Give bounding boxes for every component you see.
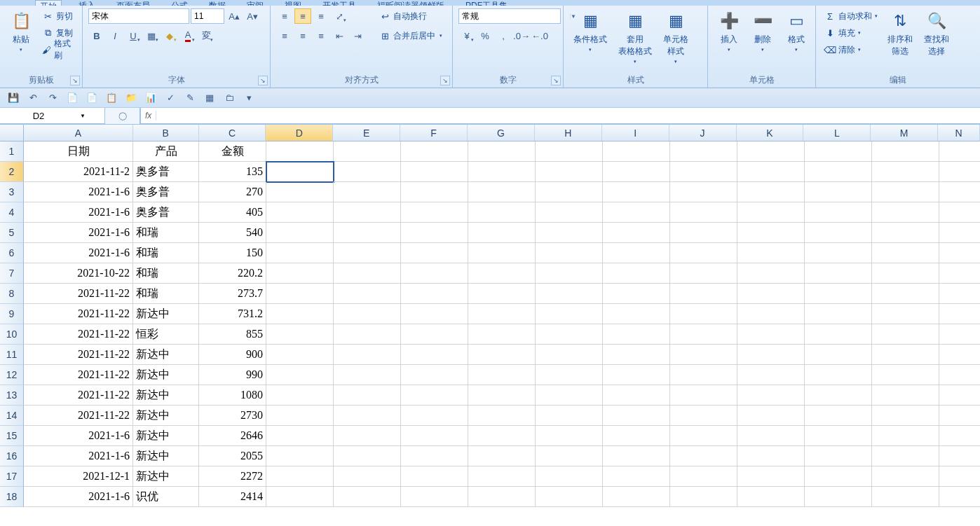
cell[interactable] xyxy=(468,243,536,263)
cell[interactable] xyxy=(872,263,939,284)
cell[interactable] xyxy=(334,466,401,487)
cell[interactable] xyxy=(401,141,468,162)
cell[interactable] xyxy=(939,365,980,385)
decrease-font-button[interactable]: A▾ xyxy=(244,8,261,24)
redo-button[interactable]: ↷ xyxy=(45,91,60,105)
cell[interactable] xyxy=(805,345,872,365)
cell[interactable] xyxy=(805,487,872,507)
cell[interactable] xyxy=(939,487,980,507)
column-header[interactable]: G xyxy=(468,125,535,141)
decrease-indent-button[interactable]: ⇤ xyxy=(331,28,348,43)
cell[interactable]: 新达中 xyxy=(133,365,199,385)
cell[interactable] xyxy=(872,426,939,446)
align-left-button[interactable]: ≡ xyxy=(276,28,293,43)
cell[interactable] xyxy=(334,446,401,466)
format-cells-button[interactable]: ▭格式▾ xyxy=(781,8,812,54)
chevron-down-icon[interactable]: ▼ xyxy=(77,113,88,119)
row-header[interactable]: 2 xyxy=(0,162,24,182)
cell[interactable] xyxy=(805,162,872,182)
ribbon-tab[interactable]: 开始 xyxy=(35,0,62,6)
cell[interactable] xyxy=(536,426,603,446)
cell[interactable] xyxy=(536,263,603,284)
cell[interactable] xyxy=(670,263,737,284)
font-size-combo[interactable]: ▼ xyxy=(191,8,224,24)
cell[interactable]: 和瑞 xyxy=(133,223,199,243)
qat-icon[interactable]: ▾ xyxy=(241,91,257,105)
cell[interactable] xyxy=(468,385,536,406)
cell[interactable] xyxy=(737,284,805,304)
cell[interactable]: 金额 xyxy=(199,141,266,162)
font-color-button[interactable]: A xyxy=(179,28,196,43)
cell[interactable]: 2021-11-22 xyxy=(24,324,133,345)
column-header[interactable]: A xyxy=(24,125,133,141)
cell[interactable]: 405 xyxy=(199,202,266,223)
cell[interactable] xyxy=(670,426,737,446)
cell[interactable] xyxy=(872,162,939,182)
cell[interactable] xyxy=(872,223,939,243)
cell[interactable] xyxy=(603,223,670,243)
cell[interactable] xyxy=(805,406,872,426)
cell[interactable] xyxy=(603,243,670,263)
column-header[interactable]: N xyxy=(938,125,980,141)
decrease-decimal-button[interactable]: ←.0 xyxy=(531,28,548,43)
cell[interactable] xyxy=(536,182,603,202)
cell[interactable] xyxy=(872,284,939,304)
cell[interactable] xyxy=(603,466,670,487)
sort-filter-button[interactable]: ⇅排序和 筛选 xyxy=(883,8,917,59)
merge-center-button[interactable]: ⊞合并后居中▾ xyxy=(376,28,445,43)
fx-circle-icon[interactable]: ◯ xyxy=(118,111,127,120)
cell[interactable]: 2021-11-2 xyxy=(24,162,133,182)
cell[interactable] xyxy=(737,304,805,324)
qat-icon[interactable]: ▦ xyxy=(202,91,217,105)
cell[interactable]: 新达中 xyxy=(133,385,199,406)
cell[interactable] xyxy=(334,324,401,345)
cell[interactable]: 恒彩 xyxy=(133,324,199,345)
cell[interactable] xyxy=(266,446,334,466)
ribbon-tab[interactable]: 插入 xyxy=(74,0,100,6)
save-button[interactable]: 💾 xyxy=(6,91,21,105)
border-button[interactable]: ▦ xyxy=(143,28,160,43)
cell[interactable] xyxy=(468,466,536,487)
cell[interactable] xyxy=(939,182,980,202)
cell[interactable] xyxy=(334,304,401,324)
row-header[interactable]: 17 xyxy=(0,466,24,487)
cell[interactable] xyxy=(872,406,939,426)
cell[interactable] xyxy=(468,202,536,223)
bold-button[interactable]: B xyxy=(88,28,105,43)
cell[interactable] xyxy=(872,182,939,202)
cell[interactable] xyxy=(872,446,939,466)
qat-icon[interactable]: 📄 xyxy=(64,91,80,105)
cell[interactable] xyxy=(939,406,980,426)
font-name-input[interactable] xyxy=(89,9,200,23)
cell[interactable] xyxy=(334,223,401,243)
find-select-button[interactable]: 🔍查找和 选择 xyxy=(920,8,953,59)
cell[interactable] xyxy=(737,223,805,243)
cells-grid[interactable]: 日期产品金额2021-11-2奥多普1352021-1-6奥多普2702021-… xyxy=(24,141,980,526)
align-middle-button[interactable]: ≡ xyxy=(294,8,311,24)
qat-icon[interactable]: ✎ xyxy=(182,91,198,105)
cell[interactable] xyxy=(670,202,737,223)
cell[interactable] xyxy=(872,324,939,345)
fx-icon[interactable]: fx xyxy=(141,111,156,120)
cell[interactable] xyxy=(872,202,939,223)
cell[interactable] xyxy=(468,345,536,365)
cell[interactable] xyxy=(536,141,603,162)
italic-button[interactable]: I xyxy=(107,28,123,43)
cell[interactable] xyxy=(334,182,401,202)
cut-button[interactable]: ✂剪切 xyxy=(39,8,76,24)
cell[interactable]: 2021-1-6 xyxy=(24,202,133,223)
row-header[interactable]: 7 xyxy=(0,263,24,284)
dialog-launcher[interactable]: ↘ xyxy=(551,76,561,85)
cell[interactable] xyxy=(266,243,334,263)
row-header[interactable]: 6 xyxy=(0,243,24,263)
cell[interactable]: 和瑞 xyxy=(133,243,199,263)
cell[interactable]: 产品 xyxy=(133,141,199,162)
cell[interactable]: 奥多普 xyxy=(133,202,199,223)
cell[interactable] xyxy=(737,324,805,345)
cell[interactable]: 2021-1-6 xyxy=(24,182,133,202)
cell[interactable] xyxy=(737,406,805,426)
cell[interactable]: 2021-1-6 xyxy=(24,487,133,507)
cell[interactable]: 2021-11-22 xyxy=(24,406,133,426)
cell[interactable] xyxy=(401,263,468,284)
cell[interactable] xyxy=(468,223,536,243)
